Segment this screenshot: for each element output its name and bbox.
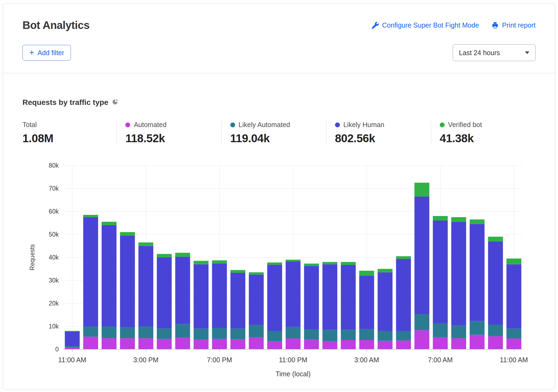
bar-segment-automated[interactable] <box>83 337 98 349</box>
bar-segment-automated[interactable] <box>286 338 301 349</box>
bar-segment-automated[interactable] <box>249 337 264 349</box>
bar-segment-automated[interactable] <box>267 341 282 349</box>
bar-segment-verified-bot[interactable] <box>396 256 411 259</box>
bar-segment-likely-human[interactable] <box>194 264 209 329</box>
bar-segment-automated[interactable] <box>415 330 429 349</box>
bar-segment-automated[interactable] <box>120 338 135 349</box>
bar-segment-likely-human[interactable] <box>249 275 264 325</box>
bar-segment-verified-bot[interactable] <box>175 253 190 257</box>
bar-segment-verified-bot[interactable] <box>65 331 80 331</box>
bar-segment-likely-human[interactable] <box>470 224 485 321</box>
bar-segment-likely-automated[interactable] <box>286 327 301 339</box>
bar-segment-automated[interactable] <box>396 341 411 349</box>
bar-segment-likely-human[interactable] <box>415 197 429 314</box>
bar-segment-likely-human[interactable] <box>507 264 521 329</box>
bar-segment-verified-bot[interactable] <box>470 220 485 224</box>
bar-segment-likely-automated[interactable] <box>323 330 337 341</box>
bar-segment-likely-automated[interactable] <box>120 327 135 338</box>
bar-segment-automated[interactable] <box>359 340 374 349</box>
bar-segment-likely-human[interactable] <box>359 276 374 329</box>
bar-segment-likely-human[interactable] <box>175 257 190 324</box>
bar-segment-likely-automated[interactable] <box>102 326 117 338</box>
bar-segment-likely-automated[interactable] <box>488 325 503 336</box>
stat-likely-human[interactable]: Likely Human 802.56k <box>326 121 431 145</box>
bar-segment-automated[interactable] <box>341 340 356 349</box>
bar-segment-likely-human[interactable] <box>286 261 301 327</box>
bar-segment-automated[interactable] <box>378 341 393 349</box>
bar-segment-verified-bot[interactable] <box>488 237 503 241</box>
bar-segment-verified-bot[interactable] <box>507 258 521 264</box>
print-report-link[interactable]: Print report <box>491 21 536 29</box>
bar-segment-likely-human[interactable] <box>304 266 319 329</box>
bar-segment-verified-bot[interactable] <box>267 263 282 265</box>
bar-segment-verified-bot[interactable] <box>231 270 245 273</box>
bar-segment-likely-automated[interactable] <box>396 331 411 341</box>
bar-segment-automated[interactable] <box>488 336 503 349</box>
bar-segment-automated[interactable] <box>470 335 485 349</box>
bar-segment-automated[interactable] <box>65 347 80 349</box>
bar-segment-likely-human[interactable] <box>267 265 282 331</box>
bar-segment-verified-bot[interactable] <box>286 260 301 261</box>
bar-segment-likely-automated[interactable] <box>415 314 429 330</box>
bar-segment-likely-automated[interactable] <box>83 326 98 337</box>
bar-segment-automated[interactable] <box>433 337 448 349</box>
bar-segment-likely-automated[interactable] <box>65 346 80 347</box>
bar-segment-verified-bot[interactable] <box>212 260 227 264</box>
bar-segment-likely-human[interactable] <box>231 273 245 329</box>
bar-segment-likely-human[interactable] <box>341 265 356 330</box>
bar-segment-automated[interactable] <box>507 338 521 349</box>
bar-segment-likely-automated[interactable] <box>341 330 356 340</box>
bar-segment-likely-human[interactable] <box>212 264 227 328</box>
bar-segment-likely-human[interactable] <box>65 331 80 346</box>
bar-segment-likely-human[interactable] <box>323 264 337 330</box>
bar-segment-likely-human[interactable] <box>157 257 172 329</box>
bar-segment-likely-human[interactable] <box>396 259 411 331</box>
bar-segment-automated[interactable] <box>157 339 172 349</box>
bar-segment-verified-bot[interactable] <box>120 232 135 236</box>
stat-likely-automated[interactable]: Likely Automated 119.04k <box>221 121 326 145</box>
time-range-dropdown[interactable]: Last 24 hours <box>453 44 536 61</box>
bar-segment-verified-bot[interactable] <box>359 271 374 276</box>
bar-segment-likely-automated[interactable] <box>507 329 521 339</box>
bar-segment-verified-bot[interactable] <box>102 222 117 225</box>
bar-segment-automated[interactable] <box>194 340 209 349</box>
bar-segment-likely-human[interactable] <box>488 241 503 325</box>
bar-segment-likely-human[interactable] <box>120 235 135 327</box>
stat-automated[interactable]: Automated 118.52k <box>116 121 221 145</box>
bar-segment-likely-automated[interactable] <box>267 331 282 341</box>
configure-super-bot-fight-mode-link[interactable]: Configure Super Bot Fight Mode <box>372 21 479 29</box>
bar-segment-verified-bot[interactable] <box>194 261 209 264</box>
bar-segment-likely-automated[interactable] <box>175 324 190 338</box>
bar-segment-verified-bot[interactable] <box>341 262 356 265</box>
bar-segment-verified-bot[interactable] <box>157 254 172 257</box>
bar-segment-automated[interactable] <box>323 341 337 349</box>
bar-segment-verified-bot[interactable] <box>415 183 429 197</box>
add-filter-button[interactable]: + Add filter <box>22 45 71 61</box>
bar-segment-verified-bot[interactable] <box>433 216 448 221</box>
bar-segment-verified-bot[interactable] <box>378 269 393 273</box>
bar-segment-likely-automated[interactable] <box>249 325 264 337</box>
bar-segment-likely-automated[interactable] <box>231 329 245 340</box>
bar-segment-likely-human[interactable] <box>102 225 117 326</box>
bar-segment-verified-bot[interactable] <box>83 215 98 217</box>
bar-segment-automated[interactable] <box>139 338 153 349</box>
bar-segment-automated[interactable] <box>212 339 227 349</box>
bar-segment-automated[interactable] <box>175 338 190 350</box>
bar-segment-verified-bot[interactable] <box>451 217 466 222</box>
bar-segment-likely-automated[interactable] <box>470 321 485 335</box>
bar-segment-verified-bot[interactable] <box>323 262 337 264</box>
bar-segment-verified-bot[interactable] <box>139 242 153 246</box>
bar-segment-likely-automated[interactable] <box>378 331 393 341</box>
bar-segment-likely-human[interactable] <box>451 222 466 325</box>
stat-verified-bot[interactable]: Verified bot 41.38k <box>431 121 536 145</box>
bar-segment-likely-automated[interactable] <box>451 325 466 338</box>
bar-segment-verified-bot[interactable] <box>249 272 264 275</box>
bar-segment-likely-automated[interactable] <box>139 326 153 338</box>
bar-segment-likely-automated[interactable] <box>157 329 172 339</box>
bar-segment-likely-human[interactable] <box>83 217 98 326</box>
bar-segment-likely-automated[interactable] <box>212 328 227 339</box>
bar-segment-automated[interactable] <box>102 338 117 349</box>
bar-segment-likely-automated[interactable] <box>304 329 319 340</box>
bar-segment-likely-automated[interactable] <box>433 323 448 337</box>
bar-segment-verified-bot[interactable] <box>304 264 319 266</box>
